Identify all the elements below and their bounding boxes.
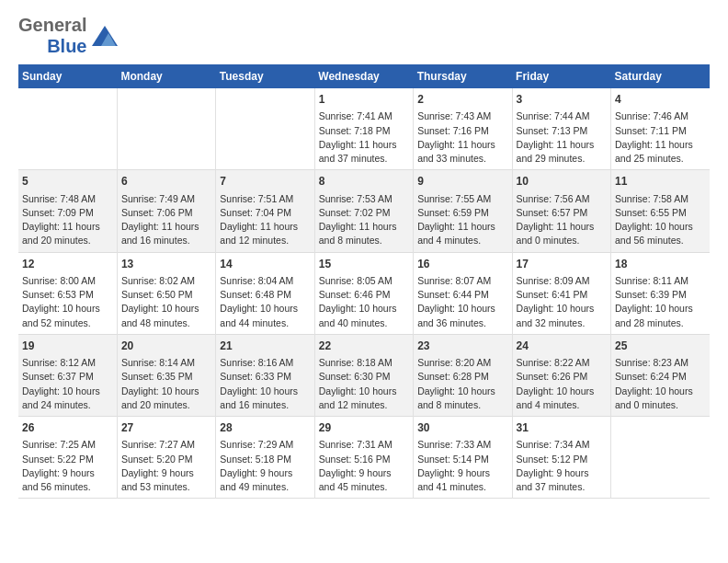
day-number: 2 <box>417 92 507 108</box>
day-number: 31 <box>517 420 607 436</box>
calendar-week-row: 12Sunrise: 8:00 AM Sunset: 6:53 PM Dayli… <box>18 252 710 334</box>
calendar-week-row: 1Sunrise: 7:41 AM Sunset: 7:18 PM Daylig… <box>18 88 710 170</box>
day-number: 30 <box>417 420 507 436</box>
day-header-tuesday: Tuesday <box>216 64 314 88</box>
logo-icon <box>92 26 118 50</box>
calendar-cell: 21Sunrise: 8:16 AM Sunset: 6:33 PM Dayli… <box>216 334 314 416</box>
logo: General Blue <box>18 15 118 57</box>
day-header-sunday: Sunday <box>18 64 117 88</box>
calendar-week-row: 5Sunrise: 7:48 AM Sunset: 7:09 PM Daylig… <box>18 170 710 252</box>
day-header-monday: Monday <box>117 64 215 88</box>
day-number: 21 <box>220 339 310 354</box>
day-info: Sunrise: 8:14 AM Sunset: 6:35 PM Dayligh… <box>121 356 211 412</box>
calendar-week-row: 19Sunrise: 8:12 AM Sunset: 6:37 PM Dayli… <box>18 334 710 416</box>
day-info: Sunrise: 7:56 AM Sunset: 6:57 PM Dayligh… <box>517 192 607 248</box>
day-number: 13 <box>121 257 211 272</box>
calendar-cell: 29Sunrise: 7:31 AM Sunset: 5:16 PM Dayli… <box>314 417 413 499</box>
day-info: Sunrise: 8:04 AM Sunset: 6:48 PM Dayligh… <box>220 274 310 330</box>
calendar-cell: 23Sunrise: 8:20 AM Sunset: 6:28 PM Dayli… <box>414 334 512 416</box>
calendar-cell: 1Sunrise: 7:41 AM Sunset: 7:18 PM Daylig… <box>314 88 413 170</box>
day-number: 9 <box>417 174 507 190</box>
calendar-cell: 11Sunrise: 7:58 AM Sunset: 6:55 PM Dayli… <box>611 170 710 252</box>
day-number: 17 <box>517 257 607 272</box>
day-header-thursday: Thursday <box>414 64 512 88</box>
day-info: Sunrise: 8:02 AM Sunset: 6:50 PM Dayligh… <box>121 274 211 330</box>
calendar-page: General Blue SundayMondayTuesdayWednesda… <box>0 0 728 513</box>
day-info: Sunrise: 7:34 AM Sunset: 5:12 PM Dayligh… <box>517 438 607 494</box>
calendar-cell: 2Sunrise: 7:43 AM Sunset: 7:16 PM Daylig… <box>414 88 512 170</box>
calendar-cell: 20Sunrise: 8:14 AM Sunset: 6:35 PM Dayli… <box>117 334 215 416</box>
day-number: 1 <box>319 92 409 108</box>
calendar-cell: 7Sunrise: 7:51 AM Sunset: 7:04 PM Daylig… <box>216 170 314 252</box>
day-number: 15 <box>319 257 409 272</box>
calendar-cell <box>611 417 710 499</box>
logo-blue-text: Blue <box>47 36 86 57</box>
calendar-cell: 17Sunrise: 8:09 AM Sunset: 6:41 PM Dayli… <box>512 252 610 334</box>
day-info: Sunrise: 7:27 AM Sunset: 5:20 PM Dayligh… <box>121 438 211 494</box>
day-info: Sunrise: 8:12 AM Sunset: 6:37 PM Dayligh… <box>22 356 113 412</box>
calendar-cell: 26Sunrise: 7:25 AM Sunset: 5:22 PM Dayli… <box>18 417 117 499</box>
day-number: 10 <box>517 174 607 190</box>
day-number: 19 <box>22 339 113 354</box>
day-info: Sunrise: 7:44 AM Sunset: 7:13 PM Dayligh… <box>517 109 607 166</box>
calendar-cell: 18Sunrise: 8:11 AM Sunset: 6:39 PM Dayli… <box>611 252 710 334</box>
day-info: Sunrise: 8:09 AM Sunset: 6:41 PM Dayligh… <box>517 274 607 330</box>
calendar-cell: 12Sunrise: 8:00 AM Sunset: 6:53 PM Dayli… <box>18 252 117 334</box>
day-header-saturday: Saturday <box>611 64 710 88</box>
day-number: 27 <box>121 420 211 436</box>
day-info: Sunrise: 7:46 AM Sunset: 7:11 PM Dayligh… <box>615 109 706 166</box>
day-number: 3 <box>517 92 607 108</box>
calendar-cell: 25Sunrise: 8:23 AM Sunset: 6:24 PM Dayli… <box>611 334 710 416</box>
calendar-cell <box>117 88 215 170</box>
day-info: Sunrise: 8:00 AM Sunset: 6:53 PM Dayligh… <box>22 274 113 330</box>
day-number: 6 <box>121 174 211 190</box>
day-number: 16 <box>417 257 507 272</box>
day-info: Sunrise: 8:05 AM Sunset: 6:46 PM Dayligh… <box>319 274 409 330</box>
day-info: Sunrise: 8:16 AM Sunset: 6:33 PM Dayligh… <box>220 356 310 412</box>
day-number: 12 <box>22 257 113 272</box>
day-info: Sunrise: 8:22 AM Sunset: 6:26 PM Dayligh… <box>517 356 607 412</box>
day-number: 28 <box>220 420 310 436</box>
day-number: 20 <box>121 339 211 354</box>
calendar-cell: 24Sunrise: 8:22 AM Sunset: 6:26 PM Dayli… <box>512 334 610 416</box>
calendar-cell: 4Sunrise: 7:46 AM Sunset: 7:11 PM Daylig… <box>611 88 710 170</box>
calendar-cell: 3Sunrise: 7:44 AM Sunset: 7:13 PM Daylig… <box>512 88 610 170</box>
day-number: 23 <box>417 339 507 354</box>
day-number: 25 <box>615 339 706 354</box>
day-number: 7 <box>220 174 310 190</box>
logo-general-text: General <box>18 15 86 36</box>
day-info: Sunrise: 8:18 AM Sunset: 6:30 PM Dayligh… <box>319 356 409 412</box>
calendar-header-row: SundayMondayTuesdayWednesdayThursdayFrid… <box>18 64 710 88</box>
calendar-cell: 14Sunrise: 8:04 AM Sunset: 6:48 PM Dayli… <box>216 252 314 334</box>
day-info: Sunrise: 8:11 AM Sunset: 6:39 PM Dayligh… <box>615 274 706 330</box>
day-header-friday: Friday <box>512 64 610 88</box>
calendar-cell: 30Sunrise: 7:33 AM Sunset: 5:14 PM Dayli… <box>414 417 512 499</box>
day-info: Sunrise: 7:51 AM Sunset: 7:04 PM Dayligh… <box>220 192 310 248</box>
day-info: Sunrise: 7:48 AM Sunset: 7:09 PM Dayligh… <box>22 192 113 248</box>
calendar-cell: 5Sunrise: 7:48 AM Sunset: 7:09 PM Daylig… <box>18 170 117 252</box>
calendar-cell: 9Sunrise: 7:55 AM Sunset: 6:59 PM Daylig… <box>414 170 512 252</box>
day-info: Sunrise: 7:53 AM Sunset: 7:02 PM Dayligh… <box>319 192 409 248</box>
calendar-cell: 19Sunrise: 8:12 AM Sunset: 6:37 PM Dayli… <box>18 334 117 416</box>
calendar-cell: 31Sunrise: 7:34 AM Sunset: 5:12 PM Dayli… <box>512 417 610 499</box>
calendar-cell <box>18 88 117 170</box>
day-header-wednesday: Wednesday <box>314 64 413 88</box>
day-number: 29 <box>319 420 409 436</box>
day-info: Sunrise: 7:49 AM Sunset: 7:06 PM Dayligh… <box>121 192 211 248</box>
day-number: 24 <box>517 339 607 354</box>
calendar-table: SundayMondayTuesdayWednesdayThursdayFrid… <box>18 64 710 499</box>
day-info: Sunrise: 7:33 AM Sunset: 5:14 PM Dayligh… <box>417 438 507 494</box>
calendar-cell <box>216 88 314 170</box>
calendar-cell: 16Sunrise: 8:07 AM Sunset: 6:44 PM Dayli… <box>414 252 512 334</box>
calendar-cell: 28Sunrise: 7:29 AM Sunset: 5:18 PM Dayli… <box>216 417 314 499</box>
calendar-week-row: 26Sunrise: 7:25 AM Sunset: 5:22 PM Dayli… <box>18 417 710 499</box>
day-number: 8 <box>319 174 409 190</box>
day-info: Sunrise: 7:58 AM Sunset: 6:55 PM Dayligh… <box>615 192 706 248</box>
day-info: Sunrise: 7:31 AM Sunset: 5:16 PM Dayligh… <box>319 438 409 494</box>
day-info: Sunrise: 8:23 AM Sunset: 6:24 PM Dayligh… <box>615 356 706 412</box>
day-number: 11 <box>615 174 706 190</box>
calendar-cell: 15Sunrise: 8:05 AM Sunset: 6:46 PM Dayli… <box>314 252 413 334</box>
day-number: 4 <box>615 92 706 108</box>
calendar-cell: 13Sunrise: 8:02 AM Sunset: 6:50 PM Dayli… <box>117 252 215 334</box>
day-number: 26 <box>22 420 113 436</box>
